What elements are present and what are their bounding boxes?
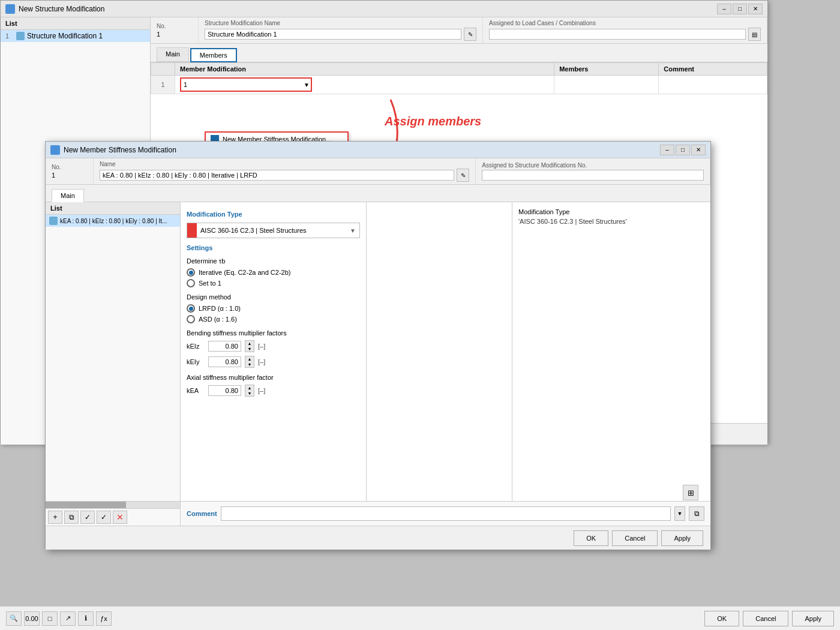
kea-up-btn[interactable]: ▲ xyxy=(245,385,254,391)
assign-structure-btn[interactable]: ⊞ xyxy=(683,485,698,500)
inner-no-value: 1 xyxy=(52,172,87,179)
inner-apply-btn[interactable]: Apply xyxy=(661,530,703,546)
right-panel: Modification Type 'AISC 360-16 C2.3 | St… xyxy=(512,202,710,501)
footer-search-btn[interactable]: 🔍 xyxy=(6,611,22,626)
inner-check2-btn[interactable]: ✓ xyxy=(97,511,111,524)
footer-arrow-btn[interactable]: ↗ xyxy=(60,611,76,626)
comment-dropdown-icon[interactable]: ▼ xyxy=(674,506,685,521)
tab-main[interactable]: Main xyxy=(157,47,189,62)
radio-set-to-1-circle xyxy=(187,279,195,287)
inner-no-cell: No. 1 xyxy=(46,158,94,184)
kely-up-btn[interactable]: ▲ xyxy=(245,356,254,362)
tab-members[interactable]: Members xyxy=(190,48,237,62)
inner-check-btn[interactable]: ✓ xyxy=(80,511,95,524)
radio-iterative[interactable]: Iterative (Eq. C2-2a and C2-2b) xyxy=(187,268,360,277)
mod-type-dropdown-arrow-icon: ▼ xyxy=(346,227,359,234)
design-method-label: Design method xyxy=(187,293,360,301)
inner-left-panel: List kEA : 0.80 | kEIz : 0.80 | kEIy : 0… xyxy=(46,202,181,526)
footer-rect-btn[interactable]: □ xyxy=(42,611,58,626)
comment-copy-btn[interactable]: ⧉ xyxy=(689,506,704,521)
kea-down-btn[interactable]: ▼ xyxy=(245,391,254,396)
inner-minimize-btn[interactable]: – xyxy=(660,145,674,155)
kely-stepper[interactable]: ▲ ▼ xyxy=(245,356,254,368)
members-cell xyxy=(554,76,659,94)
outer-tab-bar: Main Members xyxy=(151,44,767,62)
inner-list-item-1[interactable]: kEA : 0.80 | kEIz : 0.80 | kEIy : 0.80 |… xyxy=(46,215,180,227)
settings-panel: Modification Type AISC 360-16 C2.3 | Ste… xyxy=(181,202,367,501)
inner-assigned-cell: Assigned to Structure Modifications No. xyxy=(476,158,710,184)
member-mod-cell[interactable]: 1 ▼ xyxy=(175,76,554,94)
determine-tb-options: Iterative (Eq. C2-2a and C2-2b) Set to 1 xyxy=(187,268,360,287)
list-item-icon xyxy=(49,217,58,225)
design-method-options: LRFD (α : 1.0) ASD (α : 1.6) xyxy=(187,304,360,323)
assigned-edit-btn[interactable]: ▤ xyxy=(748,28,761,41)
radio-iterative-circle xyxy=(187,268,195,277)
sidebar-item-label: Structure Modification 1 xyxy=(27,32,103,40)
right-panel-value: 'AISC 360-16 C2.3 | Steel Structures' xyxy=(518,218,704,225)
assign-members-label: Assign members xyxy=(385,115,481,128)
assigned-cell: Assigned to Load Cases / Combinations ▤ xyxy=(483,17,767,43)
global-footer-left: 🔍 0.00 □ ↗ ℹ ƒx xyxy=(6,611,701,626)
inner-cancel-btn[interactable]: Cancel xyxy=(612,530,658,546)
inner-copy-btn[interactable]: ⧉ xyxy=(64,511,79,524)
row-num: 1 xyxy=(151,76,175,94)
radio-asd-circle xyxy=(187,315,195,323)
kea-stepper[interactable]: ▲ ▼ xyxy=(245,385,254,397)
inner-list-header: List xyxy=(46,202,180,215)
comment-label: Comment xyxy=(187,510,217,517)
assigned-label: Assigned to Load Cases / Combinations xyxy=(489,20,761,26)
radio-set-to-1-label: Set to 1 xyxy=(199,280,221,287)
name-input[interactable] xyxy=(205,29,461,40)
outer-top-info: No. 1 Structure Modification Name ✎ Assi… xyxy=(151,17,767,44)
inner-list-controls: + ⧉ ✓ ✓ ✕ xyxy=(46,508,180,526)
radio-asd-label: ASD (α : 1.6) xyxy=(199,316,237,323)
member-mod-dropdown-wrapper[interactable]: 1 ▼ xyxy=(180,77,312,92)
comment-cell xyxy=(659,76,767,94)
bending-factors-label: Bending stiffness multiplier factors xyxy=(187,329,360,337)
radio-iterative-label: Iterative (Eq. C2-2a and C2-2b) xyxy=(199,269,290,276)
kea-input[interactable] xyxy=(208,385,241,396)
kely-input[interactable] xyxy=(208,356,241,367)
inner-ok-btn[interactable]: OK xyxy=(574,530,608,546)
radio-lrfd-circle xyxy=(187,304,195,313)
kelz-stepper[interactable]: ▲ ▼ xyxy=(245,340,254,352)
kelz-input[interactable] xyxy=(208,341,241,352)
inner-footer: OK Cancel Apply xyxy=(46,526,710,550)
inner-add-btn[interactable]: + xyxy=(48,511,62,524)
middle-panel xyxy=(367,202,512,501)
kelz-up-btn[interactable]: ▲ xyxy=(245,341,254,346)
outer-minimize-btn[interactable]: – xyxy=(717,4,731,14)
footer-info-btn[interactable]: ℹ xyxy=(78,611,94,626)
inner-name-edit-btn[interactable]: ✎ xyxy=(457,169,469,182)
kely-down-btn[interactable]: ▼ xyxy=(245,362,254,367)
inner-delete-btn[interactable]: ✕ xyxy=(113,511,127,524)
global-cancel-btn[interactable]: Cancel xyxy=(743,611,788,626)
inner-tab-main[interactable]: Main xyxy=(52,189,84,202)
assigned-input[interactable] xyxy=(489,29,746,40)
footer-num-btn[interactable]: 0.00 xyxy=(24,611,40,626)
outer-close-btn[interactable]: ✕ xyxy=(748,4,763,14)
inner-assigned-input[interactable] xyxy=(482,170,704,181)
inner-scrollbar[interactable] xyxy=(46,501,180,508)
global-ok-btn[interactable]: OK xyxy=(704,611,739,626)
comment-input[interactable] xyxy=(221,506,671,521)
inner-close-btn[interactable]: ✕ xyxy=(691,145,706,155)
outer-sidebar-item-1[interactable]: 1 Structure Modification 1 xyxy=(1,30,150,42)
mod-type-dropdown[interactable]: AISC 360-16 C2.3 | Steel Structures ▼ xyxy=(187,223,360,238)
radio-asd[interactable]: ASD (α : 1.6) xyxy=(187,315,360,323)
outer-maximize-btn[interactable]: □ xyxy=(733,4,747,14)
col-header-empty xyxy=(151,63,175,76)
global-apply-btn[interactable]: Apply xyxy=(792,611,834,626)
inner-maximize-btn[interactable]: □ xyxy=(676,145,690,155)
col-header-member-mod: Member Modification xyxy=(175,63,554,76)
name-edit-btn[interactable]: ✎ xyxy=(464,28,476,41)
kely-row: kEIy ▲ ▼ [–] xyxy=(187,356,360,368)
radio-lrfd[interactable]: LRFD (α : 1.0) xyxy=(187,304,360,313)
kelz-down-btn[interactable]: ▼ xyxy=(245,346,254,352)
footer-fx-btn[interactable]: ƒx xyxy=(96,611,112,626)
inner-name-input[interactable] xyxy=(100,170,454,181)
sidebar-item-num: 1 xyxy=(5,32,14,40)
member-mod-select[interactable]: 1 xyxy=(180,77,312,92)
outer-data-table: Member Modification Members Comment 1 1 xyxy=(151,62,767,94)
radio-set-to-1[interactable]: Set to 1 xyxy=(187,279,360,287)
